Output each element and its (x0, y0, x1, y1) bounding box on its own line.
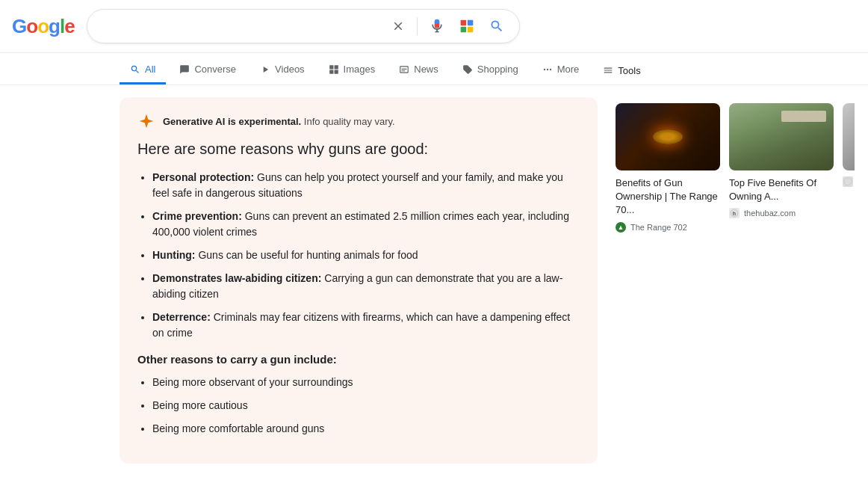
tab-images-label: Images (344, 64, 376, 75)
card-2[interactable]: Top Five Benefits Of Owning A... h thehu… (729, 103, 834, 233)
card-2-source-name: thehubaz.com (744, 209, 796, 218)
videos-tab-icon (260, 64, 270, 75)
tools-icon (603, 65, 613, 76)
main-content: Generative AI is experimental. Info qual… (0, 85, 868, 464)
cards-row: Benefits of Gun Ownership | The Range 70… (616, 103, 855, 233)
clear-button[interactable] (388, 16, 408, 36)
search-tab-icon (130, 64, 140, 75)
svg-rect-4 (460, 27, 466, 33)
search-input[interactable]: why guns are good (99, 19, 382, 33)
svg-rect-2 (460, 20, 466, 26)
ai-sub-bullet-1: Being more observant of your surrounding… (152, 375, 580, 390)
tab-all-label: All (145, 64, 155, 75)
converse-tab-icon (179, 64, 190, 75)
tab-more[interactable]: More (532, 56, 590, 84)
ai-bullet-3: Hunting: Guns can be useful for hunting … (152, 247, 580, 263)
svg-rect-5 (467, 27, 473, 33)
ai-bullet-1: Personal protection: Guns can help you p… (152, 170, 580, 201)
tab-news[interactable]: News (388, 56, 449, 84)
ai-sub-bullet-2: Being more cautious (152, 398, 580, 413)
lens-icon (459, 19, 474, 34)
logo-letter-e: e (64, 15, 74, 38)
search-icon (489, 19, 504, 34)
logo-letter-g2: g (49, 15, 60, 38)
tab-videos-label: Videos (275, 64, 305, 75)
shopping-tab-icon (462, 64, 473, 75)
card-1[interactable]: Benefits of Gun Ownership | The Range 70… (616, 103, 720, 233)
divider (417, 17, 418, 35)
ai-bullet-1-label: Personal protection: (152, 171, 254, 183)
more-tab-icon (542, 64, 553, 75)
logo-letter-g: G (12, 15, 26, 38)
tab-news-label: News (414, 64, 438, 75)
ai-header: Generative AI is experimental. Info qual… (137, 112, 580, 130)
ai-sub-heading: Other reasons to carry a gun include: (137, 353, 580, 366)
svg-rect-7 (334, 65, 338, 69)
svg-point-12 (550, 68, 551, 70)
google-logo[interactable]: Google (12, 15, 75, 38)
svg-point-15 (844, 178, 852, 185)
ai-notice-main: Generative AI is experimental. (163, 116, 301, 127)
svg-text:h: h (733, 211, 736, 216)
ai-notice-suffix: Info quality may vary. (301, 116, 394, 127)
svg-rect-9 (334, 70, 338, 73)
search-icons (388, 16, 507, 37)
tab-all[interactable]: All (120, 56, 166, 84)
voice-search-button[interactable] (427, 16, 447, 37)
nav-tabs: All Converse Videos Images News Shopping… (0, 53, 868, 85)
header: Google why guns are good (0, 0, 868, 53)
ai-sub-bullets-list: Being more observant of your surrounding… (137, 375, 580, 437)
card-3-source (843, 176, 855, 187)
card-3[interactable] (843, 103, 855, 233)
card-2-image (729, 103, 834, 170)
svg-rect-6 (329, 65, 333, 69)
svg-point-11 (547, 68, 548, 70)
svg-point-10 (543, 68, 545, 70)
svg-rect-3 (467, 20, 473, 26)
card-3-favicon (843, 176, 853, 187)
ai-bullet-5: Deterrence: Criminals may fear citizens … (152, 310, 580, 341)
ai-bullet-3-label: Hunting: (152, 249, 196, 261)
images-tab-icon (329, 64, 339, 75)
tools-button[interactable]: Tools (592, 58, 651, 84)
card-3-image (843, 103, 855, 170)
ai-bullet-4-label: Demonstrates law-abiding citizen: (152, 272, 321, 284)
card-1-source: ▲ The Range 702 (616, 222, 720, 233)
card-2-favicon: h (729, 208, 740, 218)
card-1-image (616, 103, 720, 170)
tab-shopping-label: Shopping (477, 64, 518, 75)
ai-bullet-2: Crime prevention: Guns can prevent an es… (152, 209, 580, 240)
content-right: Benefits of Gun Ownership | The Range 70… (616, 97, 855, 464)
tab-converse-label: Converse (194, 64, 236, 75)
tab-more-label: More (557, 64, 580, 75)
card-2-source: h thehubaz.com (729, 208, 834, 218)
microphone-icon (430, 19, 444, 34)
ai-notice: Generative AI is experimental. Info qual… (163, 116, 395, 127)
lens-button[interactable] (456, 16, 477, 37)
tools-label: Tools (618, 65, 640, 76)
content-left: Generative AI is experimental. Info qual… (120, 97, 598, 464)
ai-bullets-list: Personal protection: Guns can help you p… (137, 170, 580, 341)
ai-bullet-5-label: Deterrence: (152, 311, 211, 323)
card-1-source-name: The Range 702 (630, 223, 687, 232)
tab-shopping[interactable]: Shopping (452, 56, 529, 84)
news-tab-icon (399, 64, 409, 75)
tab-converse[interactable]: Converse (169, 56, 247, 84)
logo-letter-o2: o (37, 15, 49, 38)
logo-letter-o1: o (26, 15, 37, 38)
tab-images[interactable]: Images (318, 56, 386, 84)
ai-bullet-5-text: Criminals may fear citizens with firearm… (152, 311, 570, 339)
ai-bullet-2-label: Crime prevention: (152, 210, 242, 222)
ai-bullet-4: Demonstrates law-abiding citizen: Carryi… (152, 271, 580, 302)
ai-sub-bullet-3: Being more comfortable around guns (152, 421, 580, 437)
svg-rect-8 (329, 70, 333, 73)
ai-box: Generative AI is experimental. Info qual… (120, 97, 598, 464)
card-1-title: Benefits of Gun Ownership | The Range 70… (616, 176, 720, 218)
clear-icon (391, 19, 405, 33)
ai-heading: Here are some reasons why guns are good: (137, 141, 580, 158)
card-2-title: Top Five Benefits Of Owning A... (729, 176, 834, 203)
search-button[interactable] (486, 16, 507, 37)
tab-videos[interactable]: Videos (249, 56, 315, 84)
ai-bullet-3-text: Guns can be useful for hunting animals f… (198, 249, 418, 261)
search-bar: why guns are good (87, 9, 520, 43)
